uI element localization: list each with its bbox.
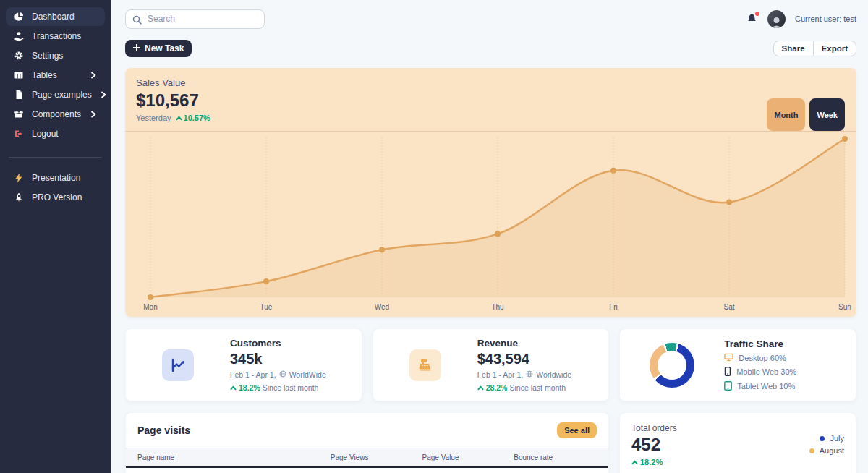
x-axis-label: Wed xyxy=(375,303,389,311)
search-box xyxy=(125,9,265,29)
revenue-scope: Worldwide xyxy=(536,370,571,379)
revenue-title: Revenue xyxy=(477,338,571,349)
legend-item-tablet: Tablet Web 10% xyxy=(724,381,796,392)
traffic-donut-chart xyxy=(650,343,694,388)
mobile-icon xyxy=(724,367,731,378)
sidebar-item-label: Settings xyxy=(32,51,63,61)
customers-card: Customers 345k Feb 1 - Apr 1, WorldWide … xyxy=(125,328,362,401)
customers-title: Customers xyxy=(230,338,326,349)
chevron-right-icon xyxy=(90,72,97,79)
x-axis-label: Fri xyxy=(609,303,618,311)
table-icon xyxy=(14,70,24,80)
sidebar-item-logout[interactable]: Logout xyxy=(6,124,105,143)
stats-row: Customers 345k Feb 1 - Apr 1, WorldWide … xyxy=(125,328,856,401)
box-icon xyxy=(14,109,24,119)
sales-card-header: Sales Value $10,567 Yesterday 10.57% Mon… xyxy=(125,68,856,132)
topbar: Current user: test xyxy=(125,6,856,32)
current-user-label: Current user: test xyxy=(795,14,856,23)
x-axis-label: Mon xyxy=(143,303,157,311)
sales-card-value: $10,567 xyxy=(136,90,210,111)
revenue-change-suffix: Since last month xyxy=(509,383,566,392)
column-header-bounce-rate: Bounce rate xyxy=(502,448,608,468)
page-visits-title: Page visits xyxy=(137,425,190,436)
document-icon xyxy=(14,90,24,100)
revenue-value: $43,594 xyxy=(477,351,571,367)
page-visits-table: Page name Page Views Page Value Bounce r… xyxy=(126,448,608,473)
legend-item-august: August xyxy=(809,446,844,455)
sidebar-item-label: Dashboard xyxy=(32,12,75,22)
chevron-up-icon xyxy=(631,458,638,466)
page-visits-card: Page visits See all Page name Page Views… xyxy=(125,412,609,473)
sales-line-chart xyxy=(125,132,856,301)
x-axis-label: Tue xyxy=(260,303,273,311)
topbar-right: Current user: test xyxy=(746,10,856,28)
customers-value: 345k xyxy=(230,351,326,367)
sidebar-item-components[interactable]: Components xyxy=(6,105,105,124)
plus-icon xyxy=(133,43,140,54)
sidebar-item-transactions[interactable]: Transactions xyxy=(6,27,105,46)
revenue-card: Revenue $43,594 Feb 1 - Apr 1, Worldwide… xyxy=(373,328,610,401)
avatar[interactable] xyxy=(767,10,786,28)
cash-register-icon xyxy=(409,349,441,381)
search-input[interactable] xyxy=(125,9,265,29)
traffic-title: Traffic Share xyxy=(724,338,796,349)
week-toggle-button[interactable]: Week xyxy=(809,98,845,131)
august-dot xyxy=(809,448,814,453)
chart-x-axis-labels: MonTueWedThuFriSatSun xyxy=(125,301,856,315)
sidebar-item-page-examples[interactable]: Page examples xyxy=(6,85,105,104)
gear-icon xyxy=(14,51,24,61)
chart-line-icon xyxy=(162,349,194,381)
new-task-button[interactable]: New Task xyxy=(125,40,192,57)
sidebar-item-label: Presentation xyxy=(32,173,80,183)
sidebar-item-presentation[interactable]: Presentation xyxy=(6,169,105,187)
sales-value-card: Sales Value $10,567 Yesterday 10.57% Mon… xyxy=(125,68,856,317)
sales-card-title: Sales Value xyxy=(136,77,210,88)
hand-coin-icon xyxy=(14,31,24,41)
customers-scope: WorldWide xyxy=(289,370,326,379)
share-button[interactable]: Share xyxy=(774,41,813,56)
chevron-right-icon xyxy=(100,91,107,98)
export-button[interactable]: Export xyxy=(813,41,856,56)
notifications-bell-icon[interactable] xyxy=(746,13,758,25)
month-toggle-button[interactable]: Month xyxy=(767,98,805,131)
main-content: Current user: test New Task Share Export… xyxy=(111,0,868,473)
chevron-up-icon xyxy=(230,383,237,392)
tablet-icon xyxy=(724,381,732,392)
traffic-share-card: Traffic Share Desktop 60% Mobile Web 30% xyxy=(619,328,856,401)
cell-page-name: /demo/admin/index.html xyxy=(126,467,319,473)
sidebar-item-label: PRO Version xyxy=(32,192,82,203)
total-orders-change: 18.2% xyxy=(640,458,663,466)
total-orders-card: Total orders 452 18.2% July August xyxy=(619,412,856,473)
notification-dot xyxy=(755,12,760,16)
x-axis-label: Sat xyxy=(723,303,734,311)
chevron-right-icon xyxy=(90,111,97,118)
sidebar-item-label: Page examples xyxy=(32,90,92,100)
sidebar-item-pro-version[interactable]: PRO Version xyxy=(6,188,105,207)
see-all-button[interactable]: See all xyxy=(557,422,597,438)
rocket-icon xyxy=(14,192,24,203)
share-export-group: Share Export xyxy=(773,41,856,56)
sidebar-item-dashboard[interactable]: Dashboard xyxy=(6,7,105,26)
legend-item-mobile: Mobile Web 30% xyxy=(724,367,796,378)
july-dot xyxy=(820,436,825,441)
chevron-up-icon xyxy=(176,114,182,122)
cell-bounce-rate: 42,55% xyxy=(502,468,525,473)
range-toggle: Month Week xyxy=(767,98,845,131)
sidebar-item-label: Transactions xyxy=(32,31,81,41)
revenue-period: Feb 1 - Apr 1, xyxy=(477,370,524,379)
customers-change: 18.2% xyxy=(239,383,260,392)
legend-item-july: July xyxy=(809,434,844,443)
sidebar-item-label: Tables xyxy=(32,70,57,80)
sales-change-value: 10.57% xyxy=(184,114,210,122)
sidebar-item-settings[interactable]: Settings xyxy=(6,46,105,65)
table-row[interactable]: /demo/admin/index.html 3,225 $20 42,55% xyxy=(126,467,608,473)
x-axis-label: Thu xyxy=(491,303,503,311)
sidebar-item-label: Logout xyxy=(32,129,59,139)
chevron-up-icon xyxy=(477,383,484,392)
bottom-row: Page visits See all Page name Page Views… xyxy=(125,412,856,473)
column-header-page-name: Page name xyxy=(126,448,319,468)
legend-item-desktop: Desktop 60% xyxy=(724,353,796,363)
sidebar: Dashboard Transactions Settings Tables P… xyxy=(0,0,111,473)
sidebar-item-tables[interactable]: Tables xyxy=(6,66,105,85)
line-chart-canvas xyxy=(125,132,856,301)
